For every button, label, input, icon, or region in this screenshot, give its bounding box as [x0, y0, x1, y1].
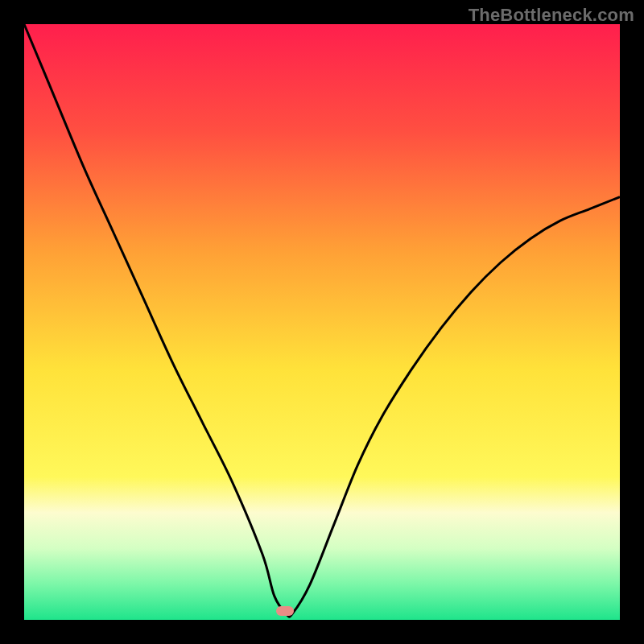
chart-stage: TheBottleneck.com: [0, 0, 644, 644]
bottleneck-curve: [24, 24, 620, 617]
curve-layer: [24, 24, 620, 620]
optimal-marker: [276, 606, 294, 616]
watermark-label: TheBottleneck.com: [469, 5, 634, 26]
